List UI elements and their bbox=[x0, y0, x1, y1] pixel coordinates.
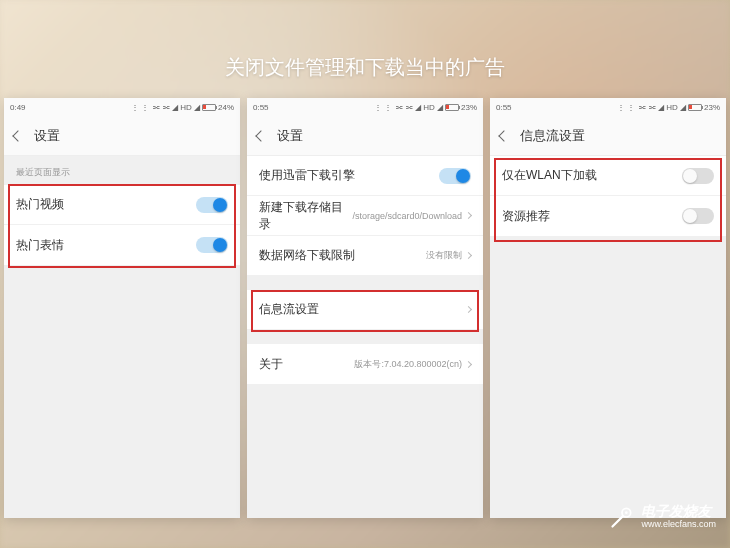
setting-label: 关于 bbox=[259, 356, 283, 373]
setting-value: /storage/sdcard0/Download bbox=[352, 211, 471, 221]
setting-label: 新建下载存储目录 bbox=[259, 199, 352, 233]
chevron-right-icon bbox=[465, 212, 472, 219]
battery-icon bbox=[202, 104, 216, 111]
screen-header: 设置 bbox=[247, 116, 483, 156]
setting-value: 版本号:7.04.20.800002(cn) bbox=[354, 358, 471, 371]
battery-indicator: 23% bbox=[688, 103, 720, 112]
setting-label: 资源推荐 bbox=[502, 208, 550, 225]
toggle-switch[interactable] bbox=[682, 168, 714, 184]
setting-row-data-limit[interactable]: 数据网络下载限制 没有限制 bbox=[247, 236, 483, 276]
toggle-switch[interactable] bbox=[682, 208, 714, 224]
battery-label: 23% bbox=[461, 103, 477, 112]
chevron-right-icon bbox=[465, 360, 472, 367]
toggle-switch[interactable] bbox=[196, 197, 228, 213]
status-bar: 0:49 ⋮ ⋮ ⫘ ⫘ ◢ HD ◢ 24% bbox=[4, 98, 240, 116]
status-icons: ⋮ ⋮ ⫘ ⫘ ◢ HD ◢ bbox=[374, 103, 443, 112]
header-title: 信息流设置 bbox=[520, 127, 585, 145]
phone-row: 0:49 ⋮ ⋮ ⫘ ⫘ ◢ HD ◢ 24% 设置 最近页面显示 热门视频 热… bbox=[4, 98, 726, 518]
battery-indicator: 23% bbox=[445, 103, 477, 112]
toggle-switch[interactable] bbox=[196, 237, 228, 253]
status-bar: 0:55 ⋮ ⋮ ⫘ ⫘ ◢ HD ◢ 23% bbox=[490, 98, 726, 116]
battery-label: 24% bbox=[218, 103, 234, 112]
status-time: 0:55 bbox=[253, 103, 269, 112]
setting-row-xunlei[interactable]: 使用迅雷下载引擎 bbox=[247, 156, 483, 196]
header-title: 设置 bbox=[277, 127, 303, 145]
setting-label: 热门表情 bbox=[16, 237, 64, 254]
setting-label: 信息流设置 bbox=[259, 301, 319, 318]
setting-label: 数据网络下载限制 bbox=[259, 247, 355, 264]
status-time: 0:49 bbox=[10, 103, 26, 112]
settings-content: 仅在WLAN下加载 资源推荐 bbox=[490, 156, 726, 518]
setting-value bbox=[466, 307, 471, 312]
status-time: 0:55 bbox=[496, 103, 512, 112]
setting-row-hot-video[interactable]: 热门视频 bbox=[4, 185, 240, 225]
watermark-text: 电子发烧友 bbox=[641, 504, 716, 519]
setting-label: 热门视频 bbox=[16, 196, 64, 213]
watermark: 电子发烧友 www.elecfans.com bbox=[609, 504, 716, 530]
status-icons: ⋮ ⋮ ⫘ ⫘ ◢ HD ◢ bbox=[617, 103, 686, 112]
setting-row-download-dir[interactable]: 新建下载存储目录 /storage/sdcard0/Download bbox=[247, 196, 483, 236]
setting-row-about[interactable]: 关于 版本号:7.04.20.800002(cn) bbox=[247, 344, 483, 384]
setting-row-recommend[interactable]: 资源推荐 bbox=[490, 196, 726, 236]
setting-row-hot-emoji[interactable]: 热门表情 bbox=[4, 225, 240, 265]
section-label: 最近页面显示 bbox=[4, 156, 240, 185]
phone-screenshot-1: 0:49 ⋮ ⋮ ⫘ ⫘ ◢ HD ◢ 24% 设置 最近页面显示 热门视频 热… bbox=[4, 98, 240, 518]
header-title: 设置 bbox=[34, 127, 60, 145]
settings-content: 使用迅雷下载引擎 新建下载存储目录 /storage/sdcard0/Downl… bbox=[247, 156, 483, 518]
chevron-right-icon bbox=[465, 306, 472, 313]
setting-label: 仅在WLAN下加载 bbox=[502, 167, 597, 184]
screen-header: 设置 bbox=[4, 116, 240, 156]
chevron-right-icon bbox=[465, 252, 472, 259]
battery-indicator: 24% bbox=[202, 103, 234, 112]
watermark-logo-icon bbox=[609, 504, 635, 530]
setting-row-wlan-only[interactable]: 仅在WLAN下加载 bbox=[490, 156, 726, 196]
setting-row-feed-settings[interactable]: 信息流设置 bbox=[247, 290, 483, 330]
back-icon[interactable] bbox=[498, 130, 509, 141]
page-title: 关闭文件管理和下载当中的广告 bbox=[225, 54, 505, 81]
phone-screenshot-3: 0:55 ⋮ ⋮ ⫘ ⫘ ◢ HD ◢ 23% 信息流设置 仅在WLAN下加载 … bbox=[490, 98, 726, 518]
back-icon[interactable] bbox=[12, 130, 23, 141]
battery-icon bbox=[688, 104, 702, 111]
battery-icon bbox=[445, 104, 459, 111]
battery-label: 23% bbox=[704, 103, 720, 112]
setting-value: 没有限制 bbox=[426, 249, 471, 262]
settings-content: 最近页面显示 热门视频 热门表情 bbox=[4, 156, 240, 518]
phone-screenshot-2: 0:55 ⋮ ⋮ ⫘ ⫘ ◢ HD ◢ 23% 设置 使用迅雷下载引擎 新建下载… bbox=[247, 98, 483, 518]
status-bar: 0:55 ⋮ ⋮ ⫘ ⫘ ◢ HD ◢ 23% bbox=[247, 98, 483, 116]
watermark-url: www.elecfans.com bbox=[641, 520, 716, 530]
setting-label: 使用迅雷下载引擎 bbox=[259, 167, 355, 184]
toggle-switch[interactable] bbox=[439, 168, 471, 184]
svg-point-1 bbox=[626, 511, 629, 514]
screen-header: 信息流设置 bbox=[490, 116, 726, 156]
back-icon[interactable] bbox=[255, 130, 266, 141]
status-icons: ⋮ ⋮ ⫘ ⫘ ◢ HD ◢ bbox=[131, 103, 200, 112]
